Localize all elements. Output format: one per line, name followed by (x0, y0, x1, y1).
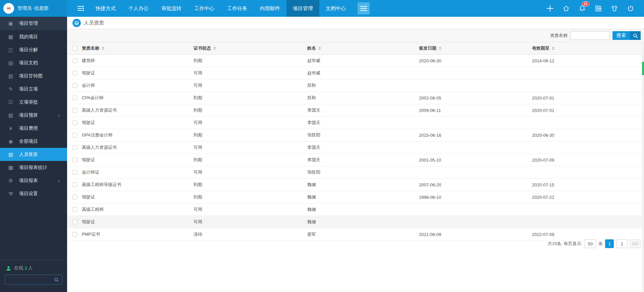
nav-item[interactable]: 工作任务 (221, 0, 254, 17)
sidebar-item[interactable]: ◫项目分解 (0, 43, 67, 56)
topbar-icons: 21 (546, 4, 644, 12)
row-checkbox[interactable] (72, 71, 77, 75)
table-row[interactable]: 驾驶证到期李国天2001-05-102020-07-09 (67, 154, 644, 166)
notifications-bell-icon[interactable]: 21 (578, 4, 586, 12)
menu-toggle-icon[interactable] (76, 5, 85, 12)
table-row[interactable]: 驾驶证可用李国天 (67, 117, 644, 129)
table-row[interactable]: 驾驶证可用魏健 (67, 216, 644, 228)
cell-issue-date: 2015-06-16 (419, 129, 441, 141)
table-row[interactable]: 高级人力资源证书到期李国天2009-06-112020-07-01 (67, 104, 644, 117)
sort-icon[interactable] (213, 45, 216, 51)
column-certificate-status: 证书状态 (194, 45, 211, 51)
sidebar-item[interactable]: ☑立项审批 (0, 96, 67, 109)
online-label: 在线 (14, 265, 23, 271)
row-checkbox[interactable] (72, 232, 77, 237)
page-size-input[interactable] (585, 239, 596, 248)
nav-item[interactable]: 工作中心 (188, 0, 221, 17)
report-statistics-icon: ▩ (7, 165, 14, 171)
cell-person-name: 娄军 (307, 228, 316, 240)
online-suffix: 人 (28, 265, 33, 271)
pagination: 共15条, 每页显示: 条 1 GO (548, 239, 641, 248)
sidebar-item[interactable]: ▤项目文档 (0, 56, 67, 69)
sidebar-item[interactable]: ▧项目预算› (0, 109, 67, 122)
theme-shirt-icon[interactable] (610, 4, 619, 12)
sidebar-search-icon[interactable] (54, 277, 59, 282)
row-checkbox[interactable] (72, 133, 77, 137)
cell-certificate-status: 到期 (194, 104, 202, 116)
sidebar-item[interactable]: ⚒项目设置 (0, 187, 67, 200)
sidebar-item[interactable]: ▥项目甘特图 (0, 69, 67, 82)
sort-icon[interactable] (552, 45, 554, 51)
sidebar-item[interactable]: ⚙项目报表› (0, 174, 67, 187)
sidebar-item[interactable]: ▩项目报表统计 (0, 161, 67, 174)
nav-item[interactable]: 项目管理 (286, 0, 319, 17)
cell-issue-date: 2009-06-11 (419, 104, 441, 116)
row-checkbox[interactable] (72, 58, 77, 63)
table-row[interactable]: 会计师证可用张胜阳 (67, 166, 644, 179)
table-row[interactable]: CPA会计师到期郑和2002-06-052020-07-01 (67, 92, 644, 104)
row-checkbox[interactable] (72, 182, 77, 187)
cell-valid-until: 2020-07-22 (532, 191, 554, 203)
row-checkbox[interactable] (72, 195, 77, 199)
nav-item[interactable]: 内部邮件 (254, 0, 286, 17)
go-button[interactable]: GO (630, 239, 641, 248)
search-button[interactable]: 搜索 (612, 31, 641, 40)
table-row[interactable]: 高级工程师可用魏健 (67, 203, 644, 216)
sort-icon[interactable] (439, 45, 441, 51)
cell-qualification-name: 会计师 (82, 79, 95, 92)
sidebar-search-input[interactable] (8, 277, 54, 283)
sidebar-item[interactable]: ▦我的项目 (0, 30, 67, 43)
cell-person-name: 魏健 (307, 216, 316, 228)
cell-issue-date: 1998-06-10 (419, 191, 441, 203)
table-row[interactable]: 高级工程师等级证书到期魏健2007-06-202020-07-15 (67, 179, 644, 191)
current-page-button[interactable]: 1 (605, 239, 614, 248)
cell-person-name: 赵华威 (307, 67, 320, 79)
row-checkbox[interactable] (72, 158, 77, 162)
table-row[interactable]: 会计师可用郑和 (67, 79, 644, 92)
select-all-checkbox[interactable] (72, 46, 77, 51)
apps-grid-icon[interactable] (594, 4, 602, 12)
scrollbar-thumb[interactable] (642, 62, 644, 75)
table-row[interactable]: GPA注册会计师到期张胜阳2015-06-162020-06-30 (67, 129, 644, 141)
notification-badge: 21 (582, 1, 589, 6)
sidebar-item[interactable]: ▣项目管理 (0, 17, 67, 30)
row-checkbox[interactable] (72, 145, 77, 150)
table-row[interactable]: PMP证书冻结娄军2021-06-092022-07-09 (67, 228, 644, 241)
sidebar-item[interactable]: ◉全部项目 (0, 135, 67, 148)
vertical-scrollbar[interactable] (642, 42, 644, 292)
pagination-unit: 条 (598, 241, 603, 247)
topbar: ∞ 管理员 -信息部 快捷方式个人办公审批流转工作中心工作任务内部邮件项目管理文… (0, 0, 644, 17)
row-checkbox[interactable] (72, 96, 77, 100)
add-icon[interactable] (546, 4, 554, 12)
table-row[interactable]: 驾驶证可用赵华威 (67, 67, 644, 79)
table-row[interactable]: 驾驶证到期魏健1998-06-102020-07-22 (67, 191, 644, 203)
sidebar-item[interactable]: ▨人员资质 (0, 148, 67, 161)
row-checkbox[interactable] (72, 120, 77, 125)
sort-icon[interactable] (318, 45, 321, 51)
qualification-name-input[interactable] (570, 31, 610, 40)
more-menu-button[interactable] (358, 2, 370, 14)
power-logout-icon[interactable] (627, 4, 635, 12)
nav-item[interactable]: 审批流转 (155, 0, 188, 17)
row-checkbox[interactable] (72, 207, 77, 212)
logo-icon[interactable]: ∞ (3, 3, 14, 14)
cell-qualification-name: 驾驶证 (82, 191, 95, 203)
row-checkbox[interactable] (72, 83, 77, 88)
row-checkbox[interactable] (72, 220, 77, 224)
table-row[interactable]: 建筑师到期赵华威2020-06-302014-06-12 (67, 55, 644, 67)
nav-item[interactable]: 文档中心 (319, 0, 352, 17)
sort-icon[interactable] (102, 45, 104, 51)
nav-item[interactable]: 个人办公 (122, 0, 155, 17)
row-checkbox[interactable] (72, 108, 77, 113)
table-body: 建筑师到期赵华威2020-06-302014-06-12驾驶证可用赵华威会计师可… (67, 55, 644, 241)
sidebar-item[interactable]: ¥项目费用 (0, 122, 67, 135)
user-name: 管理员 -信息部 (17, 5, 49, 11)
goto-page-input[interactable] (616, 239, 628, 248)
cell-qualification-name: 高级人力资源证书 (82, 141, 117, 154)
nav-item[interactable]: 快捷方式 (89, 0, 122, 17)
chevron-right-icon: › (58, 113, 60, 118)
home-icon[interactable] (562, 4, 570, 12)
row-checkbox[interactable] (72, 170, 77, 175)
sidebar-item[interactable]: ✎项目立项 (0, 82, 67, 96)
table-row[interactable]: 高级人力资源证书可用李国天 (67, 141, 644, 154)
